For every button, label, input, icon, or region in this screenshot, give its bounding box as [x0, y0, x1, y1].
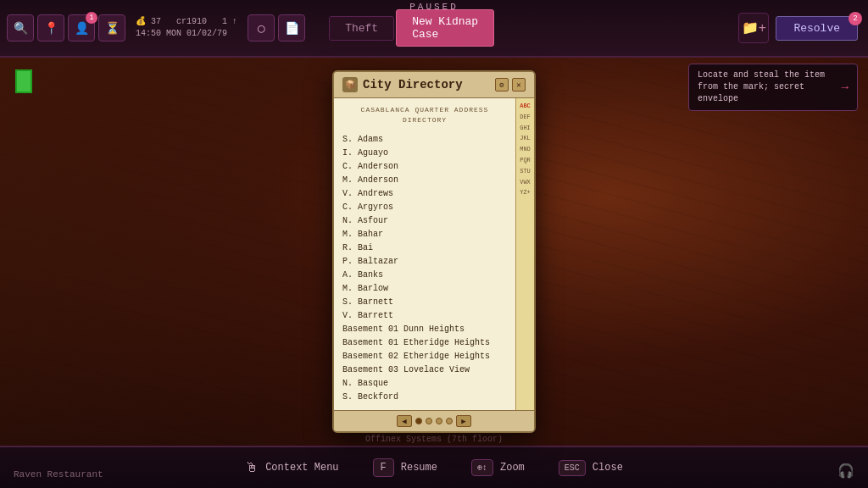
- modal-title: City Directory: [363, 78, 463, 92]
- money-icon: 💰: [136, 17, 146, 26]
- f-key-icon: F: [373, 458, 394, 477]
- bottom-left-location: Raven Restaurant: [14, 469, 103, 480]
- top-bar: PAUSED 🔍 📍 👤 1 ⏳ 💰 37 cr1910 1: [0, 0, 868, 58]
- alpha-item-yzplus[interactable]: YZ+: [518, 188, 532, 198]
- mouse-icon: 🖱: [245, 460, 259, 476]
- directory-list-item[interactable]: M. Bahar: [342, 227, 507, 241]
- document-icon: 📄: [285, 21, 299, 36]
- alpha-item-stu[interactable]: STU: [518, 167, 532, 177]
- folder-add-btn[interactable]: 📁+: [738, 13, 769, 43]
- bottom-bar: 🖱 Context Menu F Resume ⊕↕ Zoom ESC Clos…: [0, 446, 868, 488]
- box-icon: 📦: [345, 80, 355, 90]
- directory-content: CASABLANCA QUARTER ADDRESS DIRECTORY S. …: [334, 98, 515, 410]
- hourglass-icon-btn[interactable]: ⏳: [98, 14, 125, 42]
- stats-money: 💰 37 cr1910 1 ↑: [136, 16, 237, 28]
- directory-list-item[interactable]: R. Bai: [342, 241, 507, 254]
- directory-list-item[interactable]: V. Andrews: [342, 186, 507, 200]
- time-display: 14:50 MON 01/02/79: [136, 28, 237, 40]
- directory-list-item[interactable]: M. Anderson: [342, 173, 507, 186]
- circle-icon-btn[interactable]: ◯: [248, 14, 275, 42]
- directory-list-item[interactable]: S. Barnett: [342, 295, 507, 308]
- alphabet-sidebar: ABCDEFGHIJKLMNOPQRSTUVWXYZ+: [515, 98, 534, 410]
- notification-badge: 1: [86, 12, 97, 24]
- stats-block: 💰 37 cr1910 1 ↑ 14:50 MON 01/02/79: [129, 14, 244, 42]
- directory-list-item[interactable]: V. Barrett: [342, 308, 507, 322]
- context-menu-action: 🖱 Context Menu: [245, 460, 338, 476]
- directory-subtitle: CASABLANCA QUARTER ADDRESS DIRECTORY: [342, 105, 507, 125]
- close-label: Close: [593, 462, 623, 474]
- alpha-item-def[interactable]: DEF: [518, 113, 532, 123]
- modal-icon: 📦: [342, 77, 358, 92]
- folder-add-icon: 📁+: [742, 19, 767, 36]
- zoom-key-icon: ⊕↕: [471, 459, 493, 476]
- nav-tabs: Theft New KidnapCase: [329, 9, 494, 47]
- directory-list-item[interactable]: Basement 01 Etheridge Heights: [342, 336, 507, 349]
- resume-label: Resume: [401, 462, 437, 474]
- paused-label: PAUSED: [409, 2, 459, 12]
- tab-new-kidnap-case[interactable]: New KidnapCase: [396, 9, 494, 47]
- alpha-item-mno[interactable]: MNO: [518, 145, 532, 155]
- directory-list-item[interactable]: A. Banks: [342, 268, 507, 281]
- top-left-icons: 🔍 📍 👤 1 ⏳ 💰 37 cr1910 1 ↑ 14:50 MON: [0, 0, 312, 56]
- directory-list-item[interactable]: Basement 01 Dunn Heights: [342, 322, 507, 336]
- directory-list-item[interactable]: N. Basque: [342, 376, 507, 390]
- modal-header: 📦 City Directory ⚙ ✕: [334, 72, 534, 98]
- alpha-item-abc[interactable]: ABC: [518, 102, 532, 112]
- person-icon: 👤: [75, 21, 89, 36]
- zoom-action: ⊕↕ Zoom: [471, 459, 525, 476]
- alpha-item-pqr[interactable]: PQR: [518, 156, 532, 166]
- page-dot-2[interactable]: [426, 418, 432, 424]
- person-icon-btn[interactable]: 👤 1: [68, 14, 95, 42]
- alpha-item-vwx[interactable]: VWX: [518, 178, 532, 188]
- page-dot-1[interactable]: [415, 418, 422, 424]
- tab-theft[interactable]: Theft: [329, 16, 394, 41]
- modal-footer: ◀ ▶: [334, 410, 534, 431]
- zoom-label: Zoom: [500, 462, 525, 474]
- search-icon-btn[interactable]: 🔍: [7, 14, 34, 42]
- page-dot-4[interactable]: [446, 418, 453, 424]
- resolve-badge: 2: [849, 12, 862, 25]
- modal-overlay: 📦 City Directory ⚙ ✕ CASABLANCA QUARTER …: [0, 58, 868, 446]
- directory-list-item[interactable]: Basement 02 Etheridge Heights: [342, 349, 507, 363]
- map-icon: 📍: [44, 21, 58, 36]
- up-icon: ↑: [232, 17, 237, 26]
- modal-close-btn[interactable]: ✕: [512, 78, 526, 92]
- map-icon-btn[interactable]: 📍: [37, 14, 64, 42]
- page-prev-btn[interactable]: ◀: [397, 415, 412, 427]
- directory-list-item[interactable]: I. Aguayo: [342, 146, 507, 159]
- document-icon-btn[interactable]: 📄: [278, 14, 305, 42]
- alpha-item-ghi[interactable]: GHI: [518, 124, 532, 134]
- close-action: ESC Close: [559, 460, 623, 476]
- directory-list-item[interactable]: C. Argyros: [342, 200, 507, 214]
- directory-list-item[interactable]: N. Asfour: [342, 214, 507, 227]
- page-next-btn[interactable]: ▶: [456, 415, 471, 427]
- directory-list-item[interactable]: S. Adams: [342, 132, 507, 146]
- alpha-item-jkl[interactable]: JKL: [518, 134, 532, 144]
- modal-body: CASABLANCA QUARTER ADDRESS DIRECTORY S. …: [334, 98, 534, 410]
- esc-key-icon: ESC: [559, 460, 586, 476]
- resume-action: F Resume: [373, 458, 437, 477]
- page-dot-3[interactable]: [436, 418, 442, 424]
- directory-list-item[interactable]: P. Baltazar: [342, 254, 507, 268]
- hourglass-icon: ⏳: [105, 21, 120, 36]
- circle-icon: ◯: [258, 21, 264, 36]
- top-right: 📁+ Resolve 2: [738, 13, 868, 43]
- modal-settings-btn[interactable]: ⚙: [495, 78, 509, 92]
- city-directory-modal: 📦 City Directory ⚙ ✕ CASABLANCA QUARTER …: [332, 70, 536, 433]
- directory-list-item[interactable]: S. Beckford: [342, 390, 507, 403]
- modal-title-area: 📦 City Directory: [342, 77, 463, 92]
- directory-list-item[interactable]: Basement 03 Lovelace View: [342, 363, 507, 376]
- directory-list-item[interactable]: M. Barlow: [342, 281, 507, 295]
- resolve-button[interactable]: Resolve 2: [776, 16, 858, 41]
- modal-controls: ⚙ ✕: [495, 78, 526, 92]
- directory-list-item[interactable]: C. Anderson: [342, 159, 507, 173]
- directory-list: S. AdamsI. AguayoC. AndersonM. AndersonV…: [342, 132, 507, 403]
- context-menu-label: Context Menu: [265, 462, 338, 474]
- headphone-icon: 🎧: [837, 463, 854, 480]
- search-icon: 🔍: [14, 21, 28, 36]
